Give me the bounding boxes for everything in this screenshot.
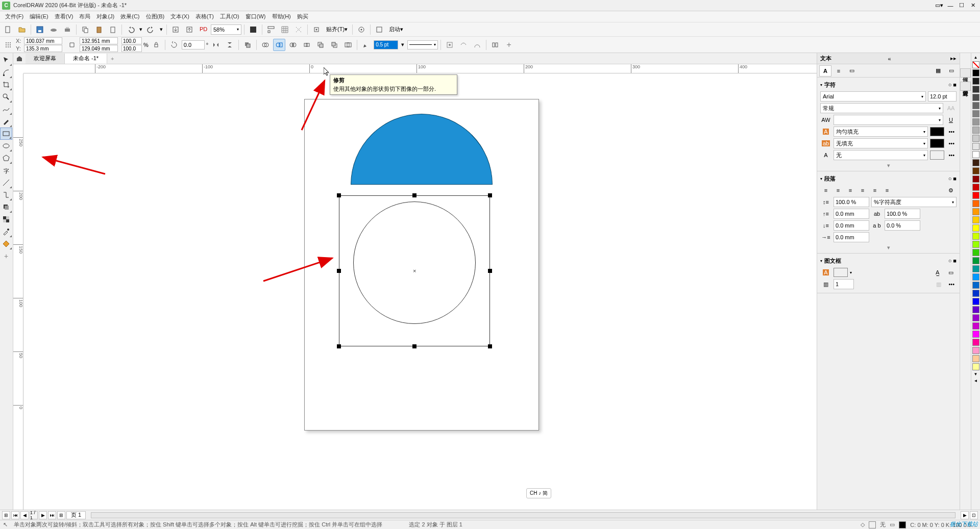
redo-button[interactable] xyxy=(145,23,157,36)
frame-mode-icon[interactable]: A xyxy=(820,267,831,278)
simplify-button[interactable] xyxy=(301,39,313,51)
menu-object[interactable]: 对象(J) xyxy=(93,12,117,21)
kerning-select[interactable]: ▾ xyxy=(834,115,943,125)
color-swatch[interactable] xyxy=(972,78,979,85)
undo-dropdown[interactable]: ▾ xyxy=(138,23,143,36)
close-button[interactable]: ✕ xyxy=(968,1,978,10)
scale-x-input[interactable] xyxy=(121,37,142,44)
welcome-tab[interactable]: 欢迎屏幕 xyxy=(26,54,65,64)
color-swatch[interactable] xyxy=(972,192,979,199)
character-tab[interactable]: A xyxy=(819,65,831,77)
menu-help[interactable]: 帮助(H) xyxy=(269,12,294,21)
color-swatch[interactable] xyxy=(972,322,979,330)
add-button[interactable]: + xyxy=(503,39,515,51)
outline-more-icon[interactable]: ••• xyxy=(946,152,957,158)
color-swatch[interactable] xyxy=(972,241,979,248)
section-header[interactable]: ▾字符○ ■ xyxy=(820,80,957,90)
word-spacing-input[interactable] xyxy=(885,220,920,231)
add-page-after-button[interactable]: ⊞ xyxy=(57,511,65,519)
horizontal-scrollbar[interactable] xyxy=(91,512,955,518)
columns-icon[interactable]: ▥ xyxy=(820,279,831,289)
color-swatch[interactable] xyxy=(972,265,979,272)
back-minus-front-button[interactable] xyxy=(328,39,340,51)
palette-flyout-icon[interactable]: ◄ xyxy=(974,379,978,383)
font-style-select[interactable]: 常规▾ xyxy=(820,103,943,113)
selection-handle[interactable] xyxy=(337,344,341,348)
selection-handle[interactable] xyxy=(412,193,416,197)
rulers-button[interactable] xyxy=(265,23,277,36)
color-swatch[interactable] xyxy=(972,282,979,289)
front-minus-back-button[interactable] xyxy=(314,39,327,51)
menu-buy[interactable]: 购买 xyxy=(294,12,311,21)
menu-text[interactable]: 文本(X) xyxy=(167,12,192,21)
underline-icon[interactable]: U xyxy=(945,115,957,125)
x-input[interactable] xyxy=(24,37,62,44)
color-swatch[interactable] xyxy=(972,208,979,215)
align-distribute-icon[interactable] xyxy=(489,39,501,51)
color-swatch[interactable] xyxy=(972,118,979,125)
vertical-ruler[interactable]: 0 50 100 150 200 250 xyxy=(13,73,23,510)
align-right-icon[interactable]: ≡ xyxy=(845,185,856,195)
export-button[interactable] xyxy=(183,23,195,36)
object-manager-tab[interactable]: 对象管理 xyxy=(960,82,971,91)
menu-bitmap[interactable]: 位图(B) xyxy=(143,12,168,21)
color-swatch[interactable] xyxy=(972,363,979,370)
origin-grid-icon[interactable] xyxy=(2,39,14,51)
zoom-tool[interactable] xyxy=(0,91,12,103)
small-caps-icon[interactable]: AA xyxy=(945,103,957,113)
bg-fill-select[interactable]: 无填充▾ xyxy=(834,138,928,148)
outline-indicator-icon[interactable]: ▭ xyxy=(890,521,895,528)
rotate-icon[interactable] xyxy=(168,39,180,51)
color-swatch[interactable] xyxy=(972,135,979,142)
clipboard-button[interactable] xyxy=(107,23,119,36)
size-lock-icon[interactable] xyxy=(66,39,78,51)
mirror-v-icon[interactable] xyxy=(224,39,236,51)
convert-curves-icon[interactable] xyxy=(471,39,483,51)
section-options-icon[interactable]: ○ ■ xyxy=(948,258,957,264)
color-swatch[interactable] xyxy=(972,273,979,281)
color-swatch[interactable] xyxy=(972,151,979,158)
color-swatch[interactable] xyxy=(972,306,979,313)
menu-effect[interactable]: 效果(C) xyxy=(117,12,142,21)
home-tab-icon[interactable] xyxy=(13,54,26,64)
wrap-text-icon[interactable] xyxy=(444,39,456,51)
columns-input[interactable] xyxy=(834,279,854,289)
snap-icon[interactable] xyxy=(310,23,323,36)
color-swatch[interactable] xyxy=(972,200,979,207)
docker-close-icon[interactable]: ▸▸ xyxy=(950,55,957,62)
frame-tab[interactable]: ▭ xyxy=(846,65,858,77)
next-page-button[interactable]: ▶ xyxy=(39,511,47,519)
fill-indicator-icon[interactable]: ◇ xyxy=(861,521,865,528)
color-swatch[interactable] xyxy=(972,249,979,256)
line-spacing-unit[interactable]: %字符高度▾ xyxy=(871,197,957,207)
menu-view[interactable]: 查看(V) xyxy=(52,12,77,21)
tab-option-2[interactable]: ▭ xyxy=(945,65,958,77)
scale-y-input[interactable] xyxy=(121,45,142,52)
align-none-icon[interactable]: ≡ xyxy=(881,185,893,195)
color-swatch[interactable] xyxy=(972,102,979,109)
rectangle-tool[interactable] xyxy=(0,128,12,140)
paragraph-tab[interactable]: ≡ xyxy=(832,65,845,77)
fill-select[interactable]: 均匀填充▾ xyxy=(834,127,928,137)
menu-window[interactable]: 窗口(W) xyxy=(242,12,269,21)
section-header[interactable]: ▾图文框○ ■ xyxy=(820,256,957,266)
selection-handle[interactable] xyxy=(337,193,341,197)
selection-handle[interactable] xyxy=(337,269,341,273)
color-swatch[interactable] xyxy=(972,110,979,117)
color-swatch[interactable] xyxy=(972,314,979,321)
semicircle-shape[interactable] xyxy=(351,114,493,185)
width-input[interactable] xyxy=(80,37,118,44)
color-swatch[interactable] xyxy=(972,298,979,305)
add-tab-button[interactable]: + xyxy=(107,54,117,64)
color-swatch[interactable] xyxy=(972,69,979,77)
ime-indicator[interactable]: CH ♪ 简 xyxy=(526,488,551,498)
outline-width-dd[interactable]: ▾ xyxy=(400,39,406,51)
help-dropdown-icon[interactable]: ▭▾ xyxy=(934,1,944,10)
import-button[interactable] xyxy=(169,23,182,36)
palette-down-icon[interactable]: ▼ xyxy=(974,372,978,376)
align-left-icon[interactable]: ≡ xyxy=(820,185,831,195)
color-swatch[interactable] xyxy=(972,257,979,264)
snap-dropdown[interactable]: 贴齐(T) ▾ xyxy=(324,23,350,36)
fullscreen-button[interactable] xyxy=(247,23,259,36)
polygon-tool[interactable] xyxy=(0,152,12,164)
